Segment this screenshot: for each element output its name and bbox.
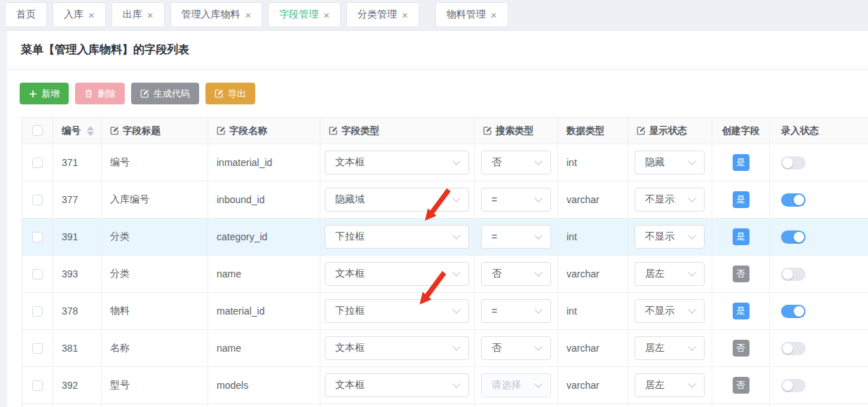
add-button[interactable]: 新增 — [20, 83, 69, 104]
column-header-select — [22, 118, 53, 144]
search-type-select[interactable]: = — [481, 299, 551, 323]
column-header-data-type: 数据类型 — [558, 118, 628, 144]
search-type-select[interactable]: 否 — [481, 262, 551, 286]
chevron-down-icon — [452, 343, 460, 350]
generate-code-button[interactable]: 生成代码 — [131, 83, 199, 104]
tab-close-icon[interactable]: × — [88, 10, 95, 20]
entry-status-toggle[interactable] — [781, 230, 806, 244]
export-button[interactable]: 导出 — [205, 83, 255, 104]
delete-button[interactable]: 删除 — [75, 83, 125, 104]
field-name: material_id — [217, 305, 264, 317]
select-all-checkbox[interactable] — [32, 125, 43, 136]
tab-close-icon[interactable]: × — [147, 10, 154, 20]
tab-label: 字段管理 — [279, 8, 318, 21]
entry-status-toggle[interactable] — [781, 305, 806, 318]
create-field-badge: 是 — [733, 228, 750, 245]
data-type: varchar — [567, 194, 599, 205]
entry-status-toggle[interactable] — [781, 379, 806, 392]
title-bar: 菜单【管理入库物料】的字段列表 — [7, 31, 868, 70]
chevron-down-icon — [452, 231, 460, 239]
row-checkbox[interactable] — [32, 306, 43, 317]
data-type: int — [567, 157, 577, 168]
data-type: varchar — [567, 343, 599, 354]
field-title: 分类 — [110, 230, 130, 243]
generate-code-button-label: 生成代码 — [154, 88, 190, 100]
fields-table: 编号 字段标题 字段名称 字段类型 — [22, 117, 868, 407]
nav-tab[interactable]: 入库 × — [53, 2, 106, 27]
edit-icon — [215, 89, 224, 98]
column-header-id[interactable]: 编号 — [53, 118, 102, 144]
data-type: varchar — [567, 268, 599, 280]
search-type-select[interactable]: = — [481, 188, 551, 212]
display-status-select[interactable]: 居左 — [635, 262, 705, 286]
chevron-down-icon — [534, 194, 542, 202]
display-status-select[interactable]: 不显示 — [635, 188, 705, 212]
field-id: 393 — [62, 268, 78, 280]
row-checkbox[interactable] — [32, 343, 43, 354]
edit-icon — [483, 126, 492, 135]
nav-tab[interactable]: 首页 — [5, 2, 47, 27]
entry-status-toggle[interactable] — [781, 342, 806, 355]
display-status-select[interactable]: 不显示 — [635, 299, 705, 323]
field-title: 入库编号 — [110, 193, 149, 206]
sort-control[interactable] — [87, 126, 94, 136]
display-status-select[interactable]: 不显示 — [635, 225, 705, 249]
nav-tab[interactable]: 字段管理 × — [268, 2, 341, 27]
nav-tab[interactable]: 管理入库物料 × — [170, 2, 263, 27]
page-title: 菜单【管理入库物料】的字段列表 — [21, 43, 189, 57]
create-field-badge: 否 — [733, 265, 750, 282]
edit-icon — [329, 126, 338, 135]
field-title: 编号 — [110, 156, 130, 169]
search-type-select[interactable]: 否 — [481, 151, 551, 174]
field-title: 型号 — [110, 379, 130, 392]
row-checkbox[interactable] — [32, 158, 43, 168]
display-status-select[interactable]: 隐藏 — [635, 151, 705, 174]
tab-close-icon[interactable]: × — [402, 10, 408, 20]
column-header-field-type: 字段类型 — [320, 118, 475, 144]
entry-status-toggle[interactable] — [781, 268, 806, 281]
column-header-field-name: 字段名称 — [208, 118, 320, 144]
nav-tab[interactable]: 物料管理 × — [435, 2, 508, 27]
search-type-select[interactable]: = — [481, 225, 551, 249]
tab-close-icon[interactable]: × — [245, 10, 252, 20]
page: 首页 入库 × 出库 × 管理入库物料 × 字段管理 × 分类管理 × 物料管理… — [0, 0, 868, 407]
search-type-select[interactable]: 否 — [481, 336, 551, 360]
row-checkbox[interactable] — [32, 380, 43, 391]
toolbar: 新增 删除 生成代码 导出 — [20, 83, 868, 104]
tab-bar: 首页 入库 × 出库 × 管理入库物料 × 字段管理 × 分类管理 × 物料管理… — [0, 0, 868, 31]
field-type-select[interactable]: 文本框 — [325, 336, 469, 360]
field-id: 392 — [62, 380, 78, 391]
create-field-badge: 否 — [733, 340, 750, 357]
search-type-select[interactable]: 请选择 — [481, 373, 551, 397]
field-type-select[interactable]: 文本框 — [325, 373, 469, 397]
chevron-down-icon — [534, 343, 542, 350]
column-header-display-status: 显示状态 — [628, 118, 712, 144]
row-checkbox[interactable] — [32, 195, 43, 205]
trash-icon — [84, 89, 93, 98]
display-status-select[interactable]: 居左 — [635, 373, 705, 397]
chevron-down-icon — [452, 268, 460, 276]
tab-close-icon[interactable]: × — [323, 10, 330, 20]
display-status-select[interactable]: 居左 — [635, 336, 705, 360]
field-type-select[interactable]: 下拉框 — [325, 225, 469, 249]
nav-tab[interactable]: 出库 × — [111, 2, 165, 27]
row-checkbox[interactable] — [32, 269, 43, 280]
data-type: int — [567, 305, 577, 317]
row-checkbox[interactable] — [32, 232, 43, 242]
chevron-down-icon — [688, 194, 696, 202]
chevron-down-icon — [534, 380, 542, 387]
nav-tab[interactable]: 分类管理 × — [346, 2, 419, 27]
entry-status-toggle[interactable] — [781, 156, 806, 170]
entry-status-toggle[interactable] — [781, 193, 806, 207]
chevron-down-icon — [688, 380, 696, 387]
field-type-select[interactable]: 文本框 — [325, 151, 469, 174]
field-name: inbound_id — [217, 194, 265, 205]
tab-close-icon[interactable]: × — [491, 10, 497, 20]
red-annotation-arrow — [412, 270, 452, 310]
delete-button-label: 删除 — [97, 88, 116, 100]
chevron-down-icon — [688, 157, 696, 165]
field-title: 物料 — [110, 305, 130, 317]
chevron-down-icon — [688, 305, 696, 313]
table-header: 编号 字段标题 字段名称 字段类型 — [22, 118, 868, 144]
table-row: 381 名称 name 文本框 否 varchar 居左 否 — [22, 330, 868, 367]
